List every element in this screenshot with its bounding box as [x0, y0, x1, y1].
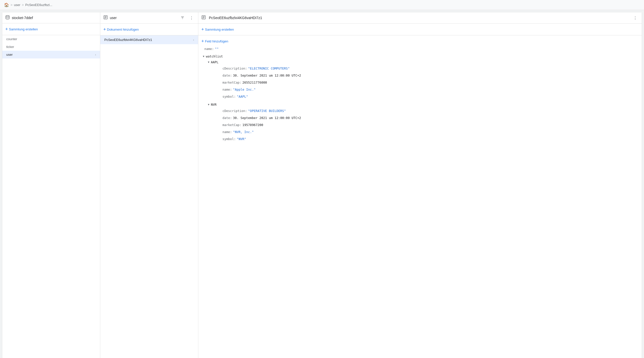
document-detail-title: PcSeoEE6uzfbzlvi4KG6vaHDI7z1	[209, 16, 630, 20]
watchlist-expand-row[interactable]: ▼ watchlist	[198, 53, 642, 59]
field-row-aapl-date: date: 30. September 2021 um 12:00:00 UTC…	[198, 72, 642, 79]
triangle-watchlist-icon: ▼	[202, 55, 205, 58]
field-value-aapl-cdescription: "ELECTRONIC COMPUTERS"	[248, 66, 290, 71]
chevron-right-doc-icon: ›	[193, 38, 194, 42]
document-detail-icon	[201, 15, 206, 21]
more-dots-icon-right: ⋮	[633, 16, 637, 20]
collection-item-user[interactable]: user ›	[2, 51, 100, 58]
triangle-nvr-icon: ▼	[207, 103, 210, 106]
nvr-label: NVR	[211, 103, 217, 106]
collections-panel: stocket-7ddef + Sammlung erstellen count…	[2, 12, 100, 358]
document-id-0: PcSeoEE6uzfblvi4KG6vaHDI7z1	[104, 38, 152, 42]
field-row-aapl-symbol: symbol: "AAPL"	[198, 93, 642, 100]
document-detail-content: + Sammlung erstellen + Feld hinzufügen n…	[198, 24, 642, 358]
plus-icon-left: +	[5, 27, 8, 31]
plus-icon-middle: +	[103, 27, 106, 32]
database-icon	[5, 15, 10, 21]
collection-item-ticker[interactable]: ticker	[2, 43, 100, 51]
document-detail-icons: ⋮	[632, 14, 639, 21]
document-item-0[interactable]: PcSeoEE6uzfblvi4KG6vaHDI7z1 ›	[100, 35, 198, 44]
watchlist-label: watchlist	[206, 54, 223, 58]
add-collection-btn-left[interactable]: + Sammlung erstellen	[5, 26, 38, 32]
collections-panel-title: stocket-7ddef	[12, 16, 97, 20]
aapl-expand-row[interactable]: ▼ AAPL	[198, 59, 642, 65]
collection-list: counter ticker user ›	[2, 35, 100, 358]
add-field-label: Feld hinzufügen	[205, 39, 228, 43]
document-list: PcSeoEE6uzfblvi4KG6vaHDI7z1 ›	[100, 35, 198, 358]
triangle-aapl-icon: ▼	[207, 61, 210, 64]
field-key-aapl-cdescription: cDescription:	[222, 66, 247, 71]
chevron-right-icon: ›	[95, 53, 96, 56]
field-row-nvr-symbol: symbol: "NVR"	[198, 136, 642, 143]
field-key-aapl-marketcap: marketCap:	[222, 80, 241, 85]
breadcrumb: 🏠 > user > PcSeoEE6uzfbzl...	[0, 0, 644, 10]
plus-icon-right-field: +	[201, 39, 204, 43]
add-field-toolbar: + Feld hinzufügen	[198, 35, 642, 45]
field-key-aapl-symbol: symbol:	[222, 94, 236, 99]
field-key-nvr-symbol: symbol:	[222, 137, 236, 142]
more-icon-btn-middle[interactable]: ⋮	[188, 14, 195, 21]
field-key-aapl-date: date:	[222, 73, 232, 78]
field-value-aapl-name: "Apple Inc."	[233, 87, 256, 92]
field-row-aapl-marketcap: marketCap: 2655211776000	[198, 79, 642, 86]
documents-panel: user ⋮ + Dokument hinzufügen	[100, 12, 198, 358]
add-document-btn[interactable]: + Dokument hinzufügen	[103, 26, 139, 33]
field-key-nvr-date: date:	[222, 115, 232, 121]
field-key-nvr-cdescription: cDescription:	[222, 108, 247, 113]
field-row-aapl-name: name: "Apple Inc."	[198, 86, 642, 93]
field-row-nvr-cdescription: cDescription: "OPERATIVE BUILDERS"	[198, 107, 642, 114]
collections-toolbar: + Sammlung erstellen	[2, 23, 100, 35]
document-detail-header: PcSeoEE6uzfbzlvi4KG6vaHDI7z1 ⋮	[198, 12, 642, 24]
documents-panel-icons: ⋮	[179, 14, 195, 21]
field-value-nvr-date: 30. September 2021 um 12:00:00 UTC+2	[233, 115, 301, 121]
add-collection-label-right: Sammlung erstellen	[205, 28, 234, 31]
field-value-nvr-symbol: "NVR"	[237, 137, 246, 142]
field-row-aapl-cdescription: cDescription: "ELECTRONIC COMPUTERS"	[198, 65, 642, 72]
field-key-aapl-name: name:	[222, 87, 232, 92]
breadcrumb-sep-1: >	[11, 3, 13, 7]
field-row-nvr-marketcap: marketCap: 19578967200	[198, 122, 642, 129]
add-collection-btn-right[interactable]: + Sammlung erstellen	[201, 26, 234, 33]
field-value-nvr-marketcap: 19578967200	[242, 123, 263, 128]
plus-icon-right-collection: +	[201, 27, 204, 32]
field-value-aapl-marketcap: 2655211776000	[242, 80, 267, 85]
more-icon-btn-right[interactable]: ⋮	[632, 14, 639, 21]
collection-name-ticker: ticker	[6, 45, 14, 49]
field-row-nvr-name: name: "NVR, Inc."	[198, 129, 642, 136]
breadcrumb-item-doc: PcSeoEE6uzfbzl...	[25, 3, 52, 7]
field-value-name: ""	[215, 46, 219, 51]
home-icon[interactable]: 🏠	[4, 3, 9, 7]
filter-icon-btn[interactable]	[179, 14, 186, 21]
field-value-nvr-name: "NVR, Inc."	[233, 130, 254, 135]
svg-point-0	[6, 15, 9, 17]
more-dots-icon-middle: ⋮	[190, 16, 194, 20]
documents-panel-header: user ⋮	[100, 12, 198, 24]
documents-toolbar: + Dokument hinzufügen	[100, 24, 198, 35]
document-icon	[103, 15, 108, 21]
nvr-expand-row[interactable]: ▼ NVR	[198, 102, 642, 107]
add-collection-toolbar-right: + Sammlung erstellen	[198, 24, 642, 35]
collection-item-counter[interactable]: counter	[2, 35, 100, 43]
field-row-nvr-date: date: 30. September 2021 um 12:00:00 UTC…	[198, 114, 642, 122]
add-field-btn[interactable]: + Feld hinzufügen	[201, 38, 228, 44]
document-detail-panel: PcSeoEE6uzfbzlvi4KG6vaHDI7z1 ⋮ + Sammlun…	[198, 12, 642, 358]
field-key-nvr-marketcap: marketCap:	[222, 123, 241, 128]
field-row-name: name: ""	[198, 45, 642, 52]
field-value-aapl-date: 30. September 2021 um 12:00:00 UTC+2	[233, 73, 301, 78]
add-collection-label-left: Sammlung erstellen	[9, 27, 38, 31]
field-key-nvr-name: name:	[222, 130, 232, 135]
collection-name-counter: counter	[6, 37, 17, 41]
aapl-label: AAPL	[211, 60, 218, 64]
field-value-aapl-symbol: "AAPL"	[237, 94, 248, 99]
breadcrumb-sep-2: >	[22, 3, 24, 7]
add-document-label: Dokument hinzufügen	[107, 28, 139, 31]
collection-name-user: user	[6, 53, 13, 56]
documents-panel-title: user	[110, 16, 177, 20]
field-value-nvr-cdescription: "OPERATIVE BUILDERS"	[248, 108, 286, 113]
collections-panel-header: stocket-7ddef	[2, 12, 100, 23]
breadcrumb-item-user[interactable]: user	[14, 3, 20, 7]
main-container: stocket-7ddef + Sammlung erstellen count…	[2, 12, 642, 358]
field-key-name: name:	[204, 46, 214, 51]
